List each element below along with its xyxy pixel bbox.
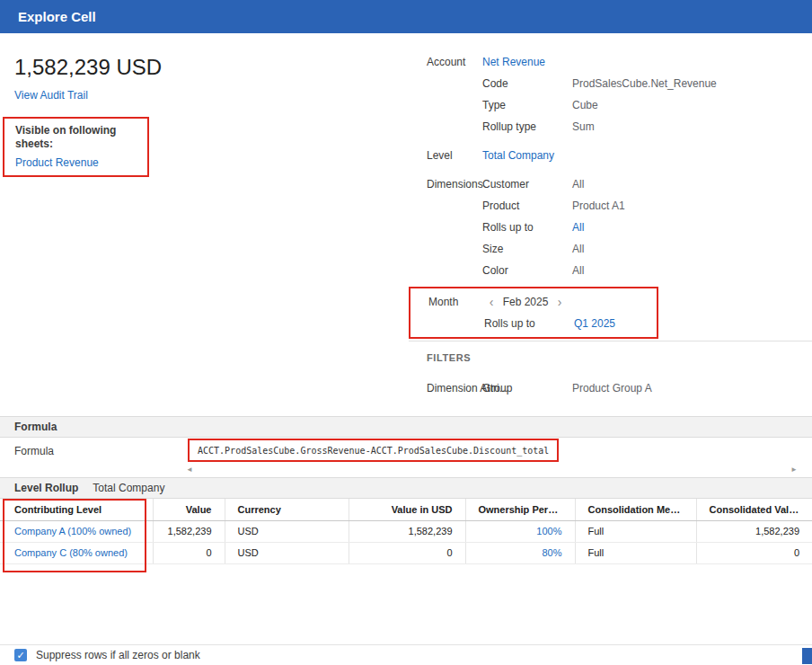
dimension-name: Customer <box>482 178 572 191</box>
dimension-name: Product <box>482 200 572 212</box>
level-rollup-table: Contributing Level Value Currency Value … <box>0 499 812 564</box>
month-label: Month <box>410 296 484 308</box>
dimension-name: Color <box>482 264 572 277</box>
scroll-left-icon[interactable]: ◄ <box>186 466 193 474</box>
table-row: Company C (80% owned) 0 USD 0 80% Full 0 <box>0 542 812 563</box>
dimension-row: Color All <box>409 260 812 281</box>
visible-sheets-label: Visible on following sheets: <box>15 124 140 151</box>
dimension-row: Product Product A1 <box>409 195 812 217</box>
value-usd-cell: 0 <box>349 542 465 563</box>
value-cell: 0 <box>153 542 225 563</box>
month-value: Feb 2025 <box>499 296 552 308</box>
ownership-link[interactable]: 80% <box>465 542 575 563</box>
consolidated-cell: 1,582,239 <box>696 520 812 542</box>
rollup-type-value: Sum <box>572 120 812 133</box>
formula-expression-annotation-box: ACCT.ProdSalesCube.GrossRevenue-ACCT.Pro… <box>188 439 559 462</box>
formula-row: Formula ACCT.ProdSalesCube.GrossRevenue-… <box>0 438 812 465</box>
code-value: ProdSalesCube.Net_Revenue <box>572 77 812 90</box>
dialog-titlebar: Explore Cell <box>0 0 812 33</box>
rollup-type-label: Rollup type <box>482 120 572 133</box>
dimension-rollsup-link[interactable]: All <box>572 221 812 234</box>
col-ownership-percentage: Ownership Percenta... <box>465 499 575 520</box>
contributing-level-link[interactable]: Company C (80% owned) <box>0 542 153 563</box>
level-rollup-section: Level Rollup Total Company Contributing … <box>0 477 812 564</box>
filter-row: Dimension Attri... Group Product Group A <box>409 377 812 399</box>
formula-label: Formula <box>0 445 54 457</box>
dimension-row: Rolls up to All <box>409 217 812 238</box>
level-label: Level <box>409 149 482 162</box>
currency-cell: USD <box>225 542 349 563</box>
value-cell: 1,582,239 <box>153 520 225 542</box>
contributing-level-link[interactable]: Company A (100% owned) <box>0 520 153 542</box>
dimension-name: Rolls up to <box>482 221 572 234</box>
account-row: Account Net Revenue <box>409 51 812 73</box>
col-contributing-level: Contributing Level <box>0 499 153 520</box>
account-type-row: Type Cube <box>409 94 812 116</box>
dimension-row: Size All <box>409 238 812 260</box>
filter-name: Group <box>482 382 572 395</box>
formula-band-title: Formula <box>14 421 57 433</box>
suppress-rows-checkbox[interactable]: ✓ <box>14 649 27 661</box>
currency-cell: USD <box>225 520 349 542</box>
filters-section: FILTERS Dimension Attri... Group Product… <box>409 341 812 399</box>
method-cell: Full <box>575 520 696 542</box>
previous-month-icon[interactable]: ‹ <box>484 295 499 309</box>
formula-scrollbar: ◄ ► <box>0 465 812 477</box>
dimension-value: All <box>572 243 812 255</box>
month-annotation-box: Month ‹ Feb 2025 › Rolls up to Q1 2025 <box>409 287 658 339</box>
ownership-link[interactable]: 100% <box>465 520 575 542</box>
dimension-value: All <box>572 178 812 191</box>
type-label: Type <box>482 99 572 111</box>
value-usd-cell: 1,582,239 <box>349 520 465 542</box>
account-code-row: Code ProdSalesCube.Net_Revenue <box>409 73 812 94</box>
filter-value: Product Group A <box>572 382 812 395</box>
consolidated-cell: 0 <box>696 542 812 563</box>
dimension-value: All <box>572 264 812 277</box>
method-cell: Full <box>575 542 696 563</box>
cell-details-panel: Account Net Revenue Code ProdSalesCube.N… <box>409 33 812 399</box>
cell-summary: 1,582,239 USD View Audit Trail Visible o… <box>0 33 395 177</box>
explore-cell-dialog: Explore Cell 1,582,239 USD View Audit Tr… <box>0 0 812 665</box>
month-rollsup-label: Rolls up to <box>484 317 574 330</box>
col-value-in-usd: Value in USD <box>349 499 465 520</box>
scroll-right-icon[interactable]: ► <box>790 466 798 474</box>
col-consolidated-value: Consolidated Value <box>696 499 812 520</box>
account-link[interactable]: Net Revenue <box>482 56 572 68</box>
level-rollup-title: Level Rollup <box>14 482 78 494</box>
scroll-indicator <box>802 648 812 664</box>
col-value: Value <box>153 499 225 520</box>
filters-title: FILTERS <box>409 352 812 363</box>
table-header-row: Contributing Level Value Currency Value … <box>0 499 812 520</box>
suppress-rows-label: Suppress rows if all zeros or blank <box>36 649 200 661</box>
dialog-title: Explore Cell <box>18 9 96 24</box>
view-audit-trail-link[interactable]: View Audit Trail <box>14 89 88 102</box>
filter-attr-label: Dimension Attri... <box>409 382 482 395</box>
level-row: Level Total Company <box>409 145 812 166</box>
month-row: Month ‹ Feb 2025 › <box>410 291 657 313</box>
dimension-row: Dimensions Customer All <box>409 173 812 195</box>
dimension-name: Size <box>482 243 572 255</box>
visible-sheets-annotation-box: Visible on following sheets: Product Rev… <box>3 117 149 177</box>
code-label: Code <box>482 77 572 90</box>
level-rollup-subtitle: Total Company <box>93 482 164 494</box>
table-row: Company A (100% owned) 1,582,239 USD 1,5… <box>0 520 812 542</box>
col-currency: Currency <box>225 499 349 520</box>
top-section: 1,582,239 USD View Audit Trail Visible o… <box>0 33 812 416</box>
level-rollup-header: Level Rollup Total Company <box>0 477 812 499</box>
account-label: Account <box>409 56 482 68</box>
level-link[interactable]: Total Company <box>482 149 572 162</box>
dimension-value: Product A1 <box>572 200 812 212</box>
sheet-link-product-revenue[interactable]: Product Revenue <box>15 156 140 170</box>
next-month-icon[interactable]: › <box>552 295 567 309</box>
type-value: Cube <box>572 99 812 111</box>
dimensions-label: Dimensions <box>409 178 482 191</box>
month-rollsup-row: Rolls up to Q1 2025 <box>410 313 657 334</box>
dialog-footer: ✓ Suppress rows if all zeros or blank <box>0 644 812 665</box>
col-consolidation-method: Consolidation Method <box>575 499 696 520</box>
formula-section-header: Formula <box>0 416 812 438</box>
rollup-type-row: Rollup type Sum <box>409 116 812 137</box>
quarter-link[interactable]: Q1 2025 <box>574 317 657 330</box>
cell-value: 1,582,239 USD <box>14 55 395 80</box>
